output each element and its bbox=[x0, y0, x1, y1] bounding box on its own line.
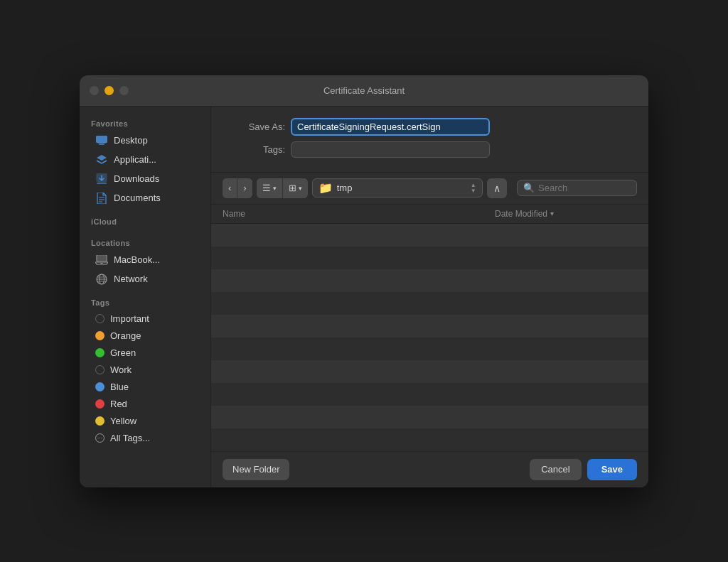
current-folder: tmp bbox=[337, 183, 466, 193]
sidebar-item-label: Important bbox=[110, 313, 149, 324]
traffic-lights bbox=[90, 86, 129, 95]
locations-label: Locations bbox=[80, 234, 210, 250]
certificate-assistant-window: Certificate Assistant Favorites Desktop bbox=[80, 75, 648, 487]
sidebar-item-label: MacBook... bbox=[114, 254, 160, 265]
tag-important-icon bbox=[95, 314, 105, 323]
tag-yellow-icon bbox=[95, 416, 105, 426]
sidebar-item-label: All Tags... bbox=[110, 433, 150, 443]
dropdown-arrows: ▲ ▼ bbox=[471, 183, 476, 194]
downloads-icon bbox=[95, 173, 108, 185]
sidebar-item-label: Network bbox=[114, 274, 148, 284]
nav-buttons: ‹ › bbox=[223, 178, 252, 198]
desktop-icon bbox=[95, 134, 108, 147]
svg-rect-9 bbox=[97, 256, 106, 261]
sidebar-item-label: Orange bbox=[110, 330, 141, 341]
save-button[interactable]: Save bbox=[587, 459, 637, 480]
file-list bbox=[211, 224, 648, 451]
window-title: Certificate Assistant bbox=[323, 85, 405, 96]
applications-icon bbox=[95, 153, 108, 166]
save-as-row: Save As: bbox=[228, 118, 631, 136]
sidebar-item-downloads[interactable]: Downloads bbox=[84, 170, 206, 188]
sidebar-item-network[interactable]: Network bbox=[84, 270, 206, 288]
expand-icon: ∧ bbox=[493, 183, 500, 194]
form-area: Save As: Tags: bbox=[211, 107, 648, 173]
grid-view-icon: ⊞ bbox=[289, 183, 296, 193]
sidebar: Favorites Desktop bbox=[80, 107, 211, 487]
back-icon: ‹ bbox=[228, 183, 231, 193]
sidebar-item-label: Downloads bbox=[114, 173, 159, 184]
tags-label: Tags: bbox=[228, 144, 285, 155]
bottom-bar: New Folder Cancel Save bbox=[211, 451, 648, 487]
new-folder-button[interactable]: New Folder bbox=[223, 459, 289, 480]
tag-green-icon bbox=[95, 348, 105, 357]
sidebar-item-label: Yellow bbox=[110, 416, 136, 426]
main-content: Save As: Tags: ‹ › bbox=[211, 107, 648, 487]
search-bar: 🔍 bbox=[517, 180, 637, 196]
save-as-label: Save As: bbox=[228, 121, 285, 132]
sidebar-item-tag-important[interactable]: Important bbox=[84, 310, 206, 327]
tags-input[interactable] bbox=[291, 141, 490, 158]
col-date-chevron: ▾ bbox=[550, 210, 554, 217]
save-as-input[interactable] bbox=[291, 118, 490, 136]
file-row bbox=[211, 247, 648, 269]
grid-view-button[interactable]: ⊞ ▾ bbox=[283, 178, 308, 198]
list-view-button[interactable]: ☰ ▾ bbox=[257, 178, 283, 198]
sidebar-item-tag-work[interactable]: Work bbox=[84, 362, 206, 378]
tag-orange-icon bbox=[95, 331, 105, 340]
all-tags-icon: ··· bbox=[95, 433, 105, 443]
tag-red-icon bbox=[95, 399, 105, 409]
maximize-button[interactable] bbox=[119, 86, 129, 95]
sidebar-item-label: Green bbox=[110, 347, 136, 358]
sidebar-item-documents[interactable]: Documents bbox=[84, 189, 206, 207]
sidebar-item-label: Work bbox=[110, 364, 132, 375]
minimize-button[interactable] bbox=[105, 86, 114, 95]
toolbar: ‹ › ☰ ▾ ⊞ ▾ 📁 bbox=[211, 173, 648, 205]
forward-button[interactable]: › bbox=[237, 178, 252, 198]
svg-rect-0 bbox=[96, 136, 107, 143]
list-view-icon: ☰ bbox=[262, 183, 271, 193]
sidebar-item-label: Documents bbox=[114, 193, 161, 203]
sidebar-item-label: Applicati... bbox=[114, 154, 156, 165]
file-row bbox=[211, 360, 648, 383]
back-button[interactable]: ‹ bbox=[223, 178, 237, 198]
icloud-label: iCloud bbox=[80, 213, 210, 229]
network-icon bbox=[95, 273, 108, 286]
sidebar-item-desktop[interactable]: Desktop bbox=[84, 131, 206, 150]
file-row bbox=[211, 292, 648, 315]
col-name-header: Name bbox=[223, 209, 495, 219]
sidebar-item-macbook[interactable]: MacBook... bbox=[84, 251, 206, 269]
tag-blue-icon bbox=[95, 382, 105, 391]
sidebar-item-all-tags[interactable]: ··· All Tags... bbox=[84, 430, 206, 446]
view-buttons: ☰ ▾ ⊞ ▾ bbox=[257, 178, 308, 198]
path-dropdown[interactable]: 📁 tmp ▲ ▼ bbox=[312, 178, 483, 198]
col-date-header: Date Modified ▾ bbox=[495, 209, 637, 219]
sidebar-item-tag-orange[interactable]: Orange bbox=[84, 328, 206, 344]
grid-view-chevron: ▾ bbox=[299, 185, 302, 192]
sidebar-item-applications[interactable]: Applicati... bbox=[84, 151, 206, 169]
file-row bbox=[211, 337, 648, 360]
cancel-button[interactable]: Cancel bbox=[530, 459, 581, 480]
search-input[interactable] bbox=[538, 183, 631, 193]
file-row bbox=[211, 383, 648, 406]
svg-rect-2 bbox=[97, 142, 106, 144]
folder-icon: 📁 bbox=[318, 181, 333, 195]
file-row bbox=[211, 224, 648, 247]
sidebar-item-tag-green[interactable]: Green bbox=[84, 345, 206, 361]
close-button[interactable] bbox=[90, 86, 99, 95]
file-row bbox=[211, 315, 648, 337]
forward-icon: › bbox=[243, 183, 246, 193]
svg-rect-4 bbox=[97, 183, 107, 184]
expand-button[interactable]: ∧ bbox=[487, 178, 507, 198]
sidebar-item-tag-yellow[interactable]: Yellow bbox=[84, 413, 206, 429]
window-body: Favorites Desktop bbox=[80, 107, 648, 487]
sidebar-item-tag-blue[interactable]: Blue bbox=[84, 379, 206, 395]
documents-icon bbox=[95, 192, 108, 205]
sidebar-item-tag-red[interactable]: Red bbox=[84, 396, 206, 412]
sidebar-item-label: Desktop bbox=[114, 135, 148, 146]
tag-work-icon bbox=[95, 365, 105, 374]
titlebar: Certificate Assistant bbox=[80, 75, 648, 107]
action-buttons: Cancel Save bbox=[530, 459, 637, 480]
file-row bbox=[211, 428, 648, 451]
tags-label: Tags bbox=[80, 294, 210, 310]
laptop-icon bbox=[95, 254, 108, 266]
